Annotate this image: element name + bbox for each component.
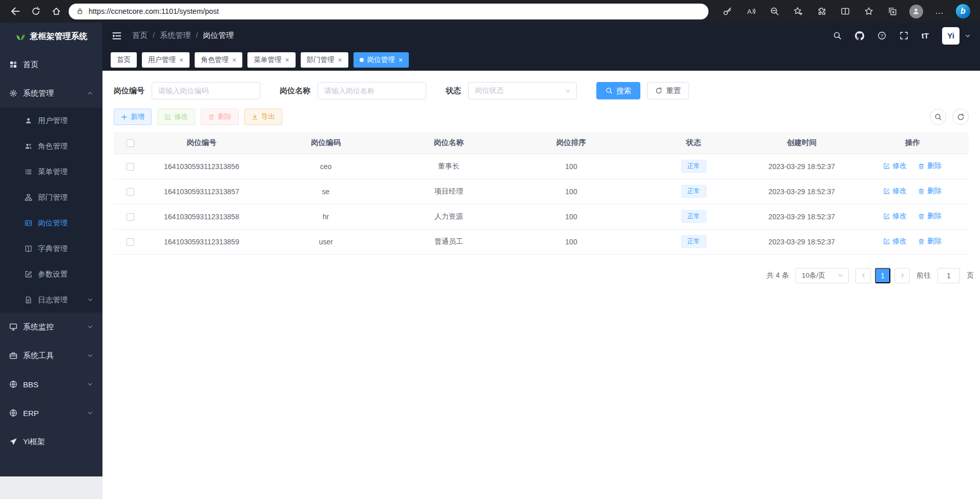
tab-home[interactable]: 首页: [111, 52, 137, 68]
sidebar-item-system-tools[interactable]: 系统工具: [0, 341, 102, 370]
post-name-input[interactable]: [318, 82, 426, 99]
goto-page-input[interactable]: [937, 268, 960, 283]
browser-menu-button[interactable]: …: [928, 2, 951, 20]
bing-copilot-button[interactable]: b: [951, 2, 975, 20]
breadcrumb-system[interactable]: 系统管理: [160, 31, 203, 40]
header-search-button[interactable]: [833, 31, 842, 40]
edit-button[interactable]: 修改: [157, 109, 195, 125]
split-screen-button[interactable]: [833, 2, 857, 20]
help-button[interactable]: [878, 31, 886, 40]
tab-menu-management[interactable]: 菜单管理 ×: [247, 52, 295, 68]
row-edit-label: 修改: [892, 186, 907, 196]
sidebar-item-post-management[interactable]: 岗位管理: [0, 210, 102, 236]
delete-button[interactable]: 删除: [201, 109, 239, 125]
next-page-button[interactable]: [894, 268, 910, 283]
post-code-input[interactable]: [152, 82, 260, 99]
cell-created: 2023-03-29 18:52:37: [747, 229, 856, 254]
row-edit-button[interactable]: 修改: [883, 212, 907, 221]
sidebar-item-log-management[interactable]: 日志管理: [0, 287, 102, 313]
header-actions: tT Yi: [833, 27, 971, 45]
row-checkbox[interactable]: [127, 188, 134, 196]
font-size-button[interactable]: tT: [922, 31, 929, 40]
sidebar-item-system-monitoring[interactable]: 系统监控: [0, 313, 102, 341]
sidebar-item-user-management[interactable]: 用户管理: [0, 108, 102, 133]
address-bar[interactable]: https://ccnetcore.com:1101/system/post: [69, 4, 708, 19]
breadcrumb-home[interactable]: 首页: [132, 31, 160, 40]
table-row[interactable]: 1641030593112313857 se 项目经理 100 正常 2023-…: [114, 179, 969, 204]
collections-button[interactable]: [881, 2, 904, 20]
sidebar-item-label: 字典管理: [38, 244, 93, 254]
row-checkbox[interactable]: [127, 213, 134, 221]
dashboard-icon: [9, 60, 17, 69]
row-checkbox[interactable]: [127, 238, 134, 246]
toggle-search-button[interactable]: [930, 109, 946, 125]
sidebar-item-yi-framework[interactable]: Yi框架: [0, 427, 102, 456]
row-delete-button[interactable]: 删除: [918, 186, 942, 196]
collections-icon: [888, 7, 897, 16]
close-icon[interactable]: ×: [285, 56, 289, 64]
reset-button[interactable]: 重置: [647, 82, 689, 99]
status-select[interactable]: 岗位状态: [468, 82, 577, 99]
refresh-table-button[interactable]: [952, 109, 969, 125]
row-delete-button[interactable]: 删除: [918, 161, 942, 171]
current-page-button[interactable]: 1: [875, 268, 890, 283]
sidebar-item-bbs[interactable]: BBS: [0, 370, 102, 399]
prev-page-button[interactable]: [856, 268, 871, 283]
github-button[interactable]: [855, 31, 864, 40]
search-button[interactable]: 搜索: [596, 82, 640, 99]
tab-role-management[interactable]: 角色管理 ×: [195, 52, 242, 68]
sidebar-collapse-button[interactable]: [112, 31, 122, 41]
add-favorite-button[interactable]: [786, 2, 810, 20]
close-icon[interactable]: ×: [232, 56, 236, 64]
sidebar-item-system-management[interactable]: 系统管理: [0, 79, 102, 108]
zoom-button[interactable]: [763, 2, 786, 20]
cell-post-sort: 100: [503, 154, 640, 179]
sidebar-item-home[interactable]: 首页: [0, 50, 102, 79]
add-button[interactable]: 新增: [114, 109, 152, 125]
close-icon[interactable]: ×: [179, 56, 183, 64]
fullscreen-button[interactable]: [900, 31, 908, 40]
browser-back-button[interactable]: [5, 2, 26, 20]
export-button[interactable]: 导出: [244, 109, 282, 125]
table-row[interactable]: 1641030593112313858 hr 人力资源 100 正常 2023-…: [114, 204, 969, 229]
sidebar-item-dictionary-management[interactable]: 字典管理: [0, 236, 102, 261]
extensions-button[interactable]: [810, 2, 833, 20]
sidebar-item-parameter-settings[interactable]: 参数设置: [0, 261, 102, 287]
page-size-select[interactable]: 10条/页: [796, 268, 849, 283]
tab-post-management[interactable]: 岗位管理 ×: [353, 52, 409, 68]
sidebar-item-label: 用户管理: [38, 116, 93, 126]
column-actions: 操作: [856, 132, 969, 154]
row-checkbox[interactable]: [127, 163, 134, 171]
read-aloud-button[interactable]: [739, 2, 763, 20]
row-delete-button[interactable]: 删除: [918, 212, 942, 221]
sidebar-item-label: 岗位管理: [38, 218, 93, 228]
avatar-caret-down-icon[interactable]: [965, 33, 971, 39]
close-icon[interactable]: ×: [399, 56, 403, 64]
log-doc-icon: [25, 296, 32, 304]
user-avatar[interactable]: Yi: [942, 27, 960, 45]
browser-refresh-button[interactable]: [26, 2, 46, 20]
tab-label: 岗位管理: [367, 55, 395, 65]
sidebar-item-role-management[interactable]: 角色管理: [0, 133, 102, 159]
row-delete-button[interactable]: 删除: [918, 237, 942, 246]
row-edit-button[interactable]: 修改: [883, 237, 907, 246]
status-select-placeholder: 岗位状态: [475, 86, 504, 95]
table-row[interactable]: 1641030593112313859 user 普通员工 100 正常 202…: [114, 229, 969, 254]
select-all-checkbox[interactable]: [127, 139, 134, 147]
sidebar-item-department-management[interactable]: 部门管理: [0, 184, 102, 210]
users-icon: [25, 142, 32, 150]
row-edit-button[interactable]: 修改: [883, 186, 907, 196]
close-icon[interactable]: ×: [338, 56, 342, 64]
browser-home-button[interactable]: [46, 2, 67, 20]
favorites-button[interactable]: [857, 2, 881, 20]
browser-profile-button[interactable]: [904, 2, 928, 20]
tab-user-management[interactable]: 用户管理 ×: [142, 52, 190, 68]
password-key-button[interactable]: [716, 2, 739, 20]
sidebar-item-erp[interactable]: ERP: [0, 399, 102, 427]
sidebar-item-menu-management[interactable]: 菜单管理: [0, 159, 102, 184]
table-row[interactable]: 1641030593112313856 ceo 董事长 100 正常 2023-…: [114, 154, 969, 179]
pagination: 共 4 条 10条/页 1 前往 页: [114, 268, 974, 283]
row-edit-button[interactable]: 修改: [883, 161, 907, 171]
tab-department-management[interactable]: 部门管理 ×: [301, 52, 348, 68]
leaf-logo-icon: [15, 31, 26, 41]
